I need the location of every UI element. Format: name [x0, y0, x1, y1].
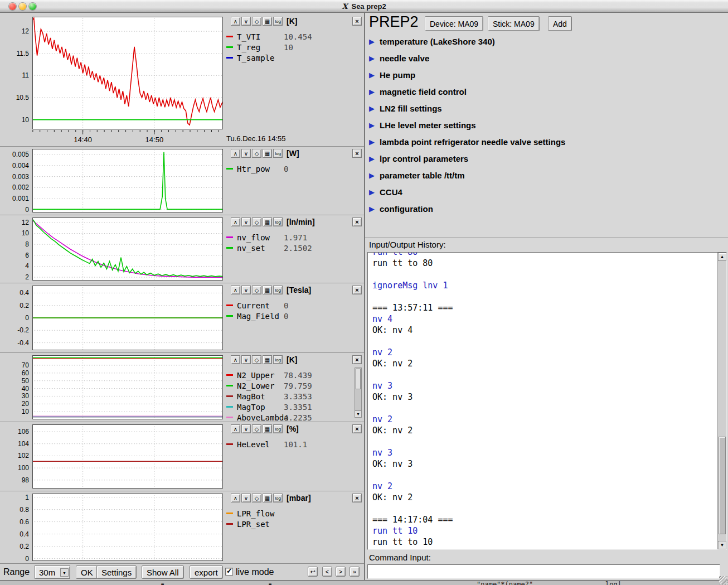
section-row[interactable]: ▶LHe level meter settings — [369, 117, 476, 133]
ok-button[interactable]: OK — [76, 565, 98, 579]
scroll-up-button[interactable]: ▲ — [718, 253, 726, 261]
reset-view-button[interactable]: ↩ — [308, 567, 318, 577]
zoom-out-y-button[interactable]: ∨ — [241, 17, 251, 26]
scroll-down-icon[interactable]: ▼ — [355, 410, 361, 417]
close-plot-button[interactable]: × — [352, 494, 362, 502]
zoom-in-y-button[interactable]: ∧ — [231, 286, 240, 294]
section-row[interactable]: ▶needle valve — [369, 50, 429, 66]
grid-toggle-button[interactable]: ▦ — [263, 17, 272, 26]
zoom-in-y-button[interactable]: ∧ — [231, 424, 240, 433]
pan-right-button[interactable]: > — [336, 567, 346, 577]
grid-toggle-button[interactable]: ▦ — [263, 149, 272, 158]
zoom-in-y-button[interactable]: ∧ — [231, 149, 240, 158]
autoscale-button[interactable]: ◇ — [252, 149, 261, 158]
legend-scrollbar[interactable]: ▼ — [355, 368, 362, 418]
scroll-down-button[interactable]: ▼ — [718, 541, 726, 549]
autoscale-button[interactable]: ◇ — [252, 17, 261, 26]
log-scale-button[interactable]: log — [273, 286, 283, 294]
legend-entry[interactable]: LPR_flow — [226, 508, 352, 519]
grid-toggle-button[interactable]: ▦ — [263, 355, 272, 364]
autoscale-button[interactable]: ◇ — [252, 217, 261, 226]
export-button[interactable]: export — [190, 565, 223, 579]
live-mode-checkbox[interactable]: ✓ — [225, 568, 233, 576]
legend-entry[interactable]: Htr_pow0 — [226, 163, 352, 174]
close-plot-button[interactable]: × — [352, 17, 362, 26]
log-scale-button[interactable]: log — [273, 424, 283, 433]
section-row[interactable]: ▶lpr control parameters — [369, 150, 468, 167]
zoom-in-y-button[interactable]: ∧ — [231, 355, 240, 364]
legend-entry[interactable]: nv_flow1.971 — [226, 232, 352, 243]
scrollbar-thumb[interactable] — [356, 369, 361, 389]
section-row[interactable]: ▶CCU4 — [369, 183, 402, 200]
plot-area[interactable] — [32, 424, 223, 489]
section-row[interactable]: ▶lambda point refrigerator needle valve … — [369, 133, 565, 150]
jump-to-live-button[interactable]: » — [350, 567, 360, 577]
close-plot-button[interactable]: × — [352, 424, 362, 433]
plot-area[interactable] — [32, 286, 223, 350]
section-row[interactable]: ▶configuration — [369, 200, 433, 217]
grid-toggle-button[interactable]: ▦ — [263, 286, 272, 294]
settings-button[interactable]: Settings — [96, 565, 137, 579]
zoom-in-y-button[interactable]: ∧ — [231, 17, 240, 26]
legend-entry[interactable]: MagBot3.3353 — [226, 391, 352, 402]
plot-area[interactable] — [32, 355, 223, 419]
plot-area[interactable] — [32, 494, 223, 561]
section-row[interactable]: ▶He pump — [369, 66, 415, 83]
section-row[interactable]: ▶magnetic field control — [369, 83, 467, 100]
autoscale-button[interactable]: ◇ — [252, 286, 261, 294]
log-scale-button[interactable]: log — [273, 149, 283, 158]
close-plot-button[interactable]: × — [352, 286, 362, 294]
close-plot-button[interactable]: × — [352, 355, 362, 364]
log-scale-button[interactable]: log — [273, 17, 283, 26]
legend-entry[interactable]: nv_set2.1502 — [226, 243, 352, 253]
plot-area[interactable] — [32, 149, 223, 212]
legend-entry[interactable]: N2_Upper78.439 — [226, 370, 352, 380]
zoom-in-y-button[interactable]: ∧ — [231, 494, 240, 502]
legend-entry[interactable]: T_reg10 — [226, 42, 352, 52]
grid-toggle-button[interactable]: ▦ — [263, 494, 272, 502]
log-scale-button[interactable]: log — [273, 494, 283, 502]
grid-toggle-button[interactable]: ▦ — [263, 217, 272, 226]
legend-entry[interactable]: Mag_Field0 — [226, 311, 352, 321]
autoscale-button[interactable]: ◇ — [252, 424, 261, 433]
console-line — [372, 470, 715, 481]
scrollbar-thumb[interactable] — [719, 437, 726, 535]
legend-entry[interactable]: LPR_set — [226, 519, 352, 529]
legend-entry[interactable]: HeLevel101.1 — [226, 439, 352, 449]
zoom-out-y-button[interactable]: ∨ — [241, 355, 251, 364]
series-color-dash — [226, 523, 233, 525]
legend-entry[interactable]: MagTop3.3351 — [226, 402, 352, 412]
zoom-out-y-button[interactable]: ∨ — [241, 149, 251, 158]
io-history-console[interactable]: run tt 80run tt to 80 ignoreMsg lnv 1 ==… — [367, 252, 727, 550]
command-input[interactable] — [367, 564, 720, 579]
grid-toggle-button[interactable]: ▦ — [263, 424, 272, 433]
legend-entry[interactable]: Current0 — [226, 300, 352, 311]
zoom-out-y-button[interactable]: ∨ — [241, 494, 251, 502]
zoom-in-y-button[interactable]: ∧ — [231, 217, 240, 226]
close-plot-button[interactable]: × — [352, 217, 362, 226]
zoom-out-y-button[interactable]: ∨ — [241, 424, 251, 433]
console-scrollbar[interactable]: ▲ ▼ — [717, 253, 726, 549]
range-dropdown[interactable]: 30m ▼ — [35, 565, 70, 579]
pan-left-button[interactable]: < — [322, 567, 332, 577]
plot-area[interactable] — [32, 217, 223, 281]
zoom-out-y-button[interactable]: ∨ — [241, 286, 251, 294]
section-row[interactable]: ▶temperature (LakeShore 340) — [369, 33, 495, 50]
show-all-button[interactable]: Show All — [142, 565, 184, 579]
log-scale-button[interactable]: log — [273, 217, 283, 226]
legend-entry[interactable]: N2_Lower79.759 — [226, 380, 352, 391]
log-scale-button[interactable]: log — [273, 355, 283, 364]
plot-area[interactable] — [32, 17, 223, 129]
legend-entry[interactable]: T_sample — [226, 52, 352, 63]
legend-entry[interactable]: T_VTI10.454 — [226, 31, 352, 42]
autoscale-button[interactable]: ◇ — [252, 355, 261, 364]
y-axis-tick-label: 0.4 — [1, 288, 29, 297]
close-plot-button[interactable]: × — [352, 149, 362, 158]
console-line: nv 2 — [372, 414, 715, 425]
autoscale-button[interactable]: ◇ — [252, 494, 261, 502]
section-label: lambda point refrigerator needle valve s… — [380, 137, 565, 147]
section-row[interactable]: ▶parameter table /tt/tm — [369, 167, 465, 183]
section-row[interactable]: ▶LN2 fill settings — [369, 100, 442, 117]
resize-grip[interactable] — [719, 576, 727, 584]
zoom-out-y-button[interactable]: ∨ — [241, 217, 251, 226]
